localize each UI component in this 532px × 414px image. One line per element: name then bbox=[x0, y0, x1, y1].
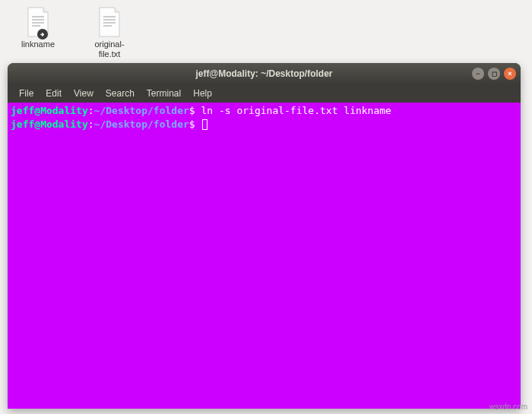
prompt-user: jeff@Modality bbox=[11, 105, 88, 116]
terminal-line: jeff@Modality:~/Desktop/folder$ ln -s or… bbox=[11, 104, 518, 118]
menu-file[interactable]: File bbox=[14, 86, 39, 101]
prompt-path: ~/Desktop/folder bbox=[94, 105, 189, 116]
cursor-icon bbox=[202, 119, 207, 130]
prompt-path: ~/Desktop/folder bbox=[94, 119, 189, 130]
text-file-icon bbox=[22, 6, 54, 38]
menu-search[interactable]: Search bbox=[100, 86, 140, 101]
desktop-icon-original-file[interactable]: original-file.txt bbox=[85, 6, 134, 59]
terminal-line: jeff@Modality:~/Desktop/folder$ bbox=[11, 118, 518, 131]
terminal-window: jeff@Modality: ~/Desktop/folder − ◻ × Fi… bbox=[8, 63, 521, 409]
desktop-icon-linkname[interactable]: linkname bbox=[14, 6, 62, 59]
menu-view[interactable]: View bbox=[68, 86, 99, 101]
terminal-body[interactable]: jeff@Modality:~/Desktop/folder$ ln -s or… bbox=[8, 103, 521, 409]
watermark: wsxdn.com bbox=[489, 403, 527, 411]
desktop-icon-label: original-file.txt bbox=[85, 40, 134, 59]
desktop-icon-label: linkname bbox=[21, 40, 55, 49]
window-title: jeff@Modality: ~/Desktop/folder bbox=[195, 68, 332, 79]
symlink-emblem-icon bbox=[37, 29, 48, 40]
minimize-button[interactable]: − bbox=[472, 68, 484, 80]
menubar: File Edit View Search Terminal Help bbox=[8, 84, 521, 103]
menu-edit[interactable]: Edit bbox=[40, 86, 67, 101]
menu-terminal[interactable]: Terminal bbox=[141, 86, 186, 101]
command-text: ln -s original-file.txt linkname bbox=[195, 105, 391, 116]
close-button[interactable]: × bbox=[504, 68, 516, 80]
prompt-user: jeff@Modality bbox=[11, 119, 88, 130]
window-titlebar[interactable]: jeff@Modality: ~/Desktop/folder − ◻ × bbox=[8, 63, 521, 84]
text-file-icon bbox=[93, 6, 125, 38]
maximize-button[interactable]: ◻ bbox=[488, 68, 500, 80]
menu-help[interactable]: Help bbox=[188, 86, 217, 101]
